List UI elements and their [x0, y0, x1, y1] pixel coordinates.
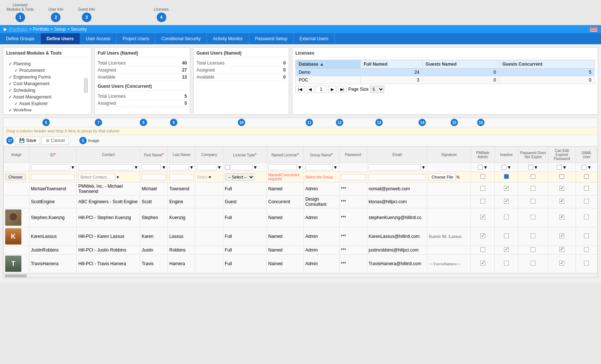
- breadcrumb-portfolio-link[interactable]: (Portfolio): [8, 27, 28, 32]
- travis-pmweb-checkbox[interactable]: [480, 261, 485, 266]
- stephen-saml-checkbox[interactable]: [584, 215, 589, 219]
- filter-pmwebadmin-checkbox[interactable]: [478, 165, 483, 170]
- filter-lastname-input[interactable]: [169, 164, 188, 170]
- justin-inactive-checkbox[interactable]: [504, 247, 509, 252]
- karen-pwdnoexpire-checkbox[interactable]: [531, 233, 535, 238]
- wizard-step-4[interactable]: 4: [157, 13, 166, 22]
- scott-saml-checkbox[interactable]: [584, 199, 589, 204]
- travis-saml-checkbox[interactable]: [584, 261, 589, 266]
- new-row-pwdnoexpire-checkbox[interactable]: [531, 174, 535, 179]
- filter-groupname-input[interactable]: [305, 164, 333, 170]
- new-row-contact-input[interactable]: [78, 174, 115, 180]
- scott-canedit-checkbox[interactable]: [559, 199, 564, 204]
- justin-pmweb-checkbox[interactable]: [480, 247, 485, 252]
- new-row-contact-dropdown[interactable]: ▼: [116, 175, 119, 179]
- scroll-bar[interactable]: [84, 78, 88, 93]
- scrollbar-thumb[interactable]: [5, 274, 27, 277]
- col-header-namedlicense[interactable]: Named License*: [267, 147, 303, 163]
- filter-email-icon[interactable]: ▼: [421, 165, 426, 170]
- stephen-canedit-checkbox[interactable]: [559, 215, 564, 219]
- scott-pwdnoexpire-checkbox[interactable]: [531, 199, 535, 204]
- col-header-signature[interactable]: Signature: [427, 147, 471, 163]
- col-badge-6[interactable]: 6: [42, 119, 50, 126]
- filter-contact-input[interactable]: [78, 164, 133, 170]
- col-header-firstname[interactable]: First Name*: [140, 147, 168, 163]
- new-row-firstname-input[interactable]: [142, 174, 166, 180]
- page-prev-btn[interactable]: ◀: [306, 86, 314, 93]
- filter-licensetype-input[interactable]: [230, 164, 253, 170]
- travis-inactive-checkbox[interactable]: [504, 261, 509, 266]
- horizontal-scrollbar[interactable]: [3, 273, 598, 278]
- filter-lastname-icon[interactable]: ▼: [190, 165, 194, 170]
- new-row-licensetype-select[interactable]: -- Select -- Full Guest: [225, 173, 254, 181]
- filter-company-input[interactable]: [197, 164, 216, 170]
- col-badge-7[interactable]: 7: [95, 119, 102, 126]
- filter-licensetype-checkbox[interactable]: [225, 165, 230, 170]
- michael-pmweb-checkbox[interactable]: [480, 186, 485, 191]
- col-badge-15[interactable]: 15: [451, 119, 458, 126]
- new-row-pmwebadmin-checkbox[interactable]: [480, 174, 485, 179]
- travis-pwdnoexpire-checkbox[interactable]: [531, 261, 535, 266]
- wizard-step-1[interactable]: 1: [15, 13, 25, 22]
- justin-canedit-checkbox[interactable]: [559, 247, 564, 252]
- col-badge-13[interactable]: 13: [375, 119, 383, 126]
- page-first-btn[interactable]: |◀: [295, 86, 305, 93]
- new-row-lastname-input[interactable]: [169, 174, 194, 180]
- filter-company-icon[interactable]: ▼: [217, 165, 222, 170]
- licenses-col-guests-named[interactable]: Guests Named: [423, 60, 499, 69]
- stephen-pwdnoexpire-checkbox[interactable]: [531, 215, 535, 219]
- tab-password-setup[interactable]: Password Setup: [249, 33, 293, 44]
- tab-external-users[interactable]: External Users: [293, 33, 335, 44]
- filter-canedit-checkbox[interactable]: [557, 165, 562, 170]
- col-header-contact[interactable]: Contact: [77, 147, 140, 163]
- filter-contact-icon[interactable]: ▼: [134, 165, 138, 170]
- filter-licensetype-icon[interactable]: ▼: [253, 165, 258, 170]
- page-next-btn[interactable]: ▶: [328, 86, 336, 93]
- justin-saml-checkbox[interactable]: [584, 247, 589, 252]
- new-row-canedit-checkbox[interactable]: [559, 174, 564, 179]
- tab-conditional-security[interactable]: Conditional Security: [155, 33, 207, 44]
- filter-pwdnoexpire-checkbox[interactable]: [528, 165, 533, 170]
- col-badge-10[interactable]: 10: [238, 119, 245, 126]
- licenses-col-full-named[interactable]: Full Named: [361, 60, 423, 69]
- filter-firstname-icon[interactable]: ▼: [161, 165, 166, 170]
- karen-pmweb-checkbox[interactable]: [480, 233, 485, 238]
- michael-saml-checkbox[interactable]: [584, 186, 589, 191]
- filter-pwdnoexpire-icon[interactable]: ▼: [534, 165, 538, 170]
- filter-pmwebadmin-icon[interactable]: ▼: [483, 165, 488, 170]
- wizard-step-3[interactable]: 3: [82, 13, 91, 22]
- save-badge[interactable]: 17: [6, 137, 14, 144]
- col-header-pwdnoexpire[interactable]: Password Does Not Expire: [518, 147, 548, 163]
- col-badge-8[interactable]: 8: [140, 119, 147, 126]
- filter-id-input[interactable]: [31, 164, 70, 170]
- scott-pmweb-checkbox[interactable]: [480, 199, 485, 204]
- karen-canedit-checkbox[interactable]: [559, 233, 564, 238]
- filter-inactive-checkbox[interactable]: [501, 165, 506, 170]
- col-header-inactive[interactable]: Inactive: [494, 147, 518, 163]
- wizard-step-2[interactable]: 2: [51, 13, 60, 22]
- col-header-email[interactable]: Email: [367, 147, 427, 163]
- new-row-password-input[interactable]: [341, 174, 365, 180]
- col-header-groupname[interactable]: Group Name*: [303, 147, 339, 163]
- filter-namedlicense-icon[interactable]: ▼: [298, 165, 302, 170]
- col-header-licensetype[interactable]: License Type*: [223, 147, 267, 163]
- licenses-col-guests-concurrent[interactable]: Guests Concurrent: [499, 60, 595, 69]
- travis-canedit-checkbox[interactable]: [559, 261, 564, 266]
- col-badge-11[interactable]: 11: [306, 119, 313, 126]
- filter-saml-checkbox[interactable]: [581, 165, 586, 170]
- tab-define-users[interactable]: Define Users: [41, 33, 80, 44]
- stephen-pmweb-checkbox[interactable]: [480, 215, 485, 219]
- filter-email-input[interactable]: [369, 164, 421, 170]
- col-header-id[interactable]: ID*: [29, 147, 77, 163]
- col-header-pmwebadmin[interactable]: PMWeb Admin: [471, 147, 494, 163]
- tab-project-users[interactable]: Project Users: [117, 33, 155, 44]
- col-badge-14[interactable]: 14: [418, 119, 426, 126]
- filter-saml-icon[interactable]: ▼: [587, 165, 591, 170]
- justin-pwdnoexpire-checkbox[interactable]: [531, 247, 535, 252]
- filter-namedlicense-input[interactable]: [268, 164, 297, 170]
- new-row-inactive-checked[interactable]: [504, 174, 509, 179]
- filter-canedit-icon[interactable]: ▼: [562, 165, 567, 170]
- karen-inactive-checkbox[interactable]: [504, 233, 509, 238]
- col-header-image[interactable]: Image: [4, 147, 29, 163]
- karen-saml-checkbox[interactable]: [584, 233, 589, 238]
